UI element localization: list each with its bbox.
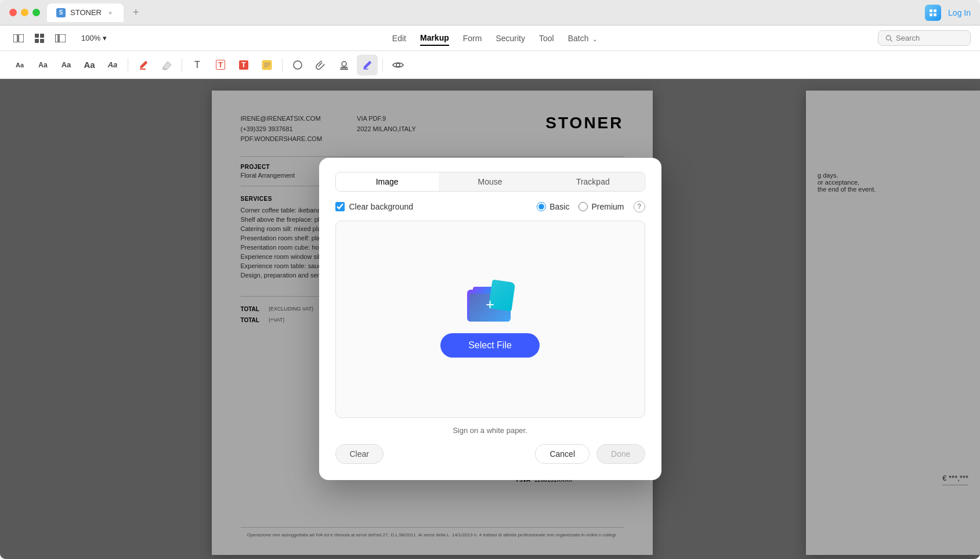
minimize-traffic-light[interactable] [21,9,28,16]
font-aa-2-button[interactable]: Aa [32,55,53,75]
search-icon [885,34,892,42]
shape-icon [292,60,303,70]
stamp-icon [339,60,349,70]
menu-security[interactable]: Security [496,31,525,45]
search-bar[interactable] [878,30,971,46]
tab-title: STONER [70,8,102,17]
dialog-footer-right: Cancel Done [535,444,645,464]
menu-bar-left: 100% ▾ [9,29,111,48]
clear-background-checkbox[interactable] [335,202,345,211]
cancel-button[interactable]: Cancel [535,444,590,464]
font-aa-5-button[interactable]: Aa [102,55,123,75]
dialog-options-row: Clear background Basic Premium ? [335,201,645,212]
upload-area[interactable]: + Select File [335,221,645,418]
menu-bar: 100% ▾ Edit Markup Form Security Tool Ba… [0,26,980,51]
browser-tab[interactable]: S STONER × [47,3,124,22]
view-button[interactable] [388,55,408,75]
folder-plus-icon: + [486,295,494,313]
font-aa-3-button[interactable]: Aa [56,55,77,75]
stamp-button[interactable] [334,55,355,75]
clear-button[interactable]: Clear [335,444,384,464]
select-file-button[interactable]: Select File [440,333,540,358]
svg-rect-15 [140,68,146,70]
pen-icon [362,60,373,70]
svg-rect-7 [40,34,44,38]
toolbar: Aa Aa Aa Aa Aa T T T [0,51,980,79]
font-aa-4-button[interactable]: Aa [79,55,100,75]
done-button[interactable]: Done [596,444,645,464]
tab-bar: S STONER × + [47,3,918,22]
svg-point-20 [294,61,302,69]
highlight-icon [138,59,149,71]
premium-radio[interactable] [578,202,588,211]
radio-group: Basic Premium ? [537,201,645,212]
menu-tool[interactable]: Tool [539,31,554,45]
basic-radio[interactable] [537,202,546,211]
sticky-button[interactable] [256,55,277,75]
menu-form[interactable]: Form [463,31,482,45]
highlight-button[interactable] [133,55,154,75]
svg-rect-3 [934,13,936,16]
svg-rect-4 [13,34,17,42]
text-button[interactable]: T [187,55,208,75]
svg-point-21 [342,62,346,66]
svg-rect-12 [55,34,66,42]
tab-close-button[interactable]: × [106,9,114,17]
app-icon [925,5,941,21]
menu-markup[interactable]: Markup [420,31,449,46]
svg-rect-0 [930,9,932,12]
browser-actions: Log In [925,5,971,21]
zoom-level: 100% [81,34,100,42]
eye-icon [392,61,404,69]
menu-batch[interactable]: Batch ⌄ [568,31,598,45]
upload-hint: Sign on a white paper. [335,426,645,435]
svg-point-25 [396,63,400,67]
search-input[interactable] [896,34,963,42]
maximize-traffic-light[interactable] [32,9,40,16]
svg-rect-8 [35,39,39,43]
content-area: IRENE@IRENEATSIX.COM (+39)329 3937681 PD… [0,79,980,559]
attach-button[interactable] [310,55,331,75]
premium-radio-label[interactable]: Premium [578,202,624,211]
login-button[interactable]: Log In [948,8,971,17]
svg-rect-1 [934,9,936,12]
help-icon[interactable]: ? [634,201,645,212]
panel-toggle-button[interactable] [51,29,70,48]
app-window: 100% ▾ Edit Markup Form Security Tool Ba… [0,26,980,559]
textbox-button[interactable]: T [210,55,231,75]
shape-button[interactable] [287,55,308,75]
toolbar-separator-2 [182,58,182,72]
callout-button[interactable]: T [233,55,254,75]
tab-mouse[interactable]: Mouse [439,172,541,191]
svg-rect-6 [35,34,39,38]
menu-right [878,30,971,46]
browser-chrome: S STONER × + Log In [0,0,980,26]
new-tab-button[interactable]: + [128,4,144,21]
menu-edit[interactable]: Edit [392,31,406,45]
tab-trackpad[interactable]: Trackpad [541,172,644,191]
dialog-footer: Clear Cancel Done [335,444,645,464]
svg-rect-2 [930,13,932,16]
zoom-control[interactable]: 100% ▾ [77,31,111,45]
attach-icon [316,60,326,70]
clear-background-label[interactable]: Clear background [335,202,414,211]
font-aa-1-button[interactable]: Aa [9,55,30,75]
zoom-arrow: ▾ [103,34,107,42]
dialog-tabs: Image Mouse Trackpad [335,172,645,192]
eraser-button[interactable] [156,55,177,75]
tab-favicon: S [56,8,66,17]
svg-line-14 [890,39,892,41]
signature-dialog: Image Mouse Trackpad Clear background Ba… [319,158,661,480]
tab-image[interactable]: Image [336,172,439,191]
close-traffic-light[interactable] [9,9,17,16]
menu-nav: Edit Markup Form Security Tool Batch ⌄ [111,31,878,46]
toolbar-separator-4 [382,58,383,72]
folder-illustration: + [467,281,513,322]
modal-overlay: Image Mouse Trackpad Clear background Ba… [0,79,980,559]
svg-rect-9 [40,39,44,43]
grid-toggle-button[interactable] [30,29,49,48]
basic-radio-label[interactable]: Basic [537,202,569,211]
sidebar-toggle-button[interactable] [9,29,28,48]
pen-button[interactable] [357,55,378,75]
sticky-icon [262,60,272,70]
